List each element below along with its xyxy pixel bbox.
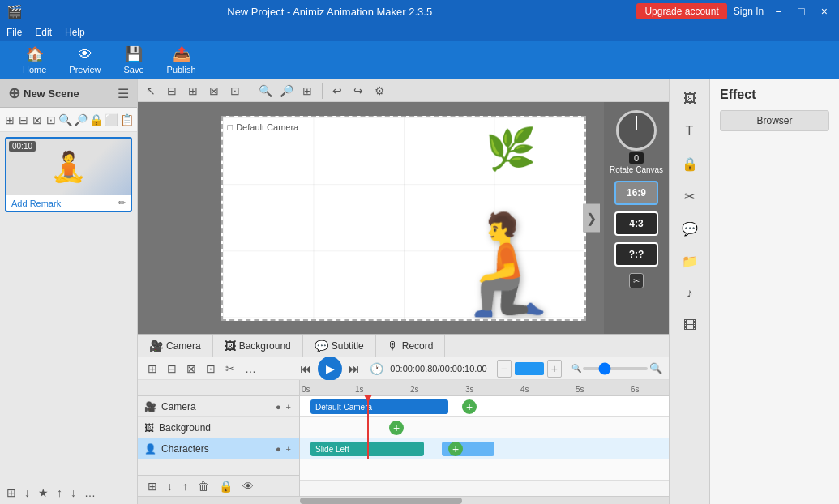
rotate-dial[interactable]: [616, 110, 657, 151]
move-up-button[interactable]: ↑: [54, 485, 66, 501]
publish-icon: 📤: [173, 45, 190, 63]
scene-item[interactable]: 00:10 🧘 Add Remark ✏: [5, 137, 132, 212]
paste-icon[interactable]: 📋: [120, 110, 134, 130]
menu-file[interactable]: File: [6, 27, 22, 38]
characters-add-keyframe-button[interactable]: +: [448, 442, 463, 456]
rp-film-button[interactable]: 🎞: [675, 311, 704, 340]
align-center-icon[interactable]: ⊠: [31, 110, 43, 130]
search-icon[interactable]: 🔍: [58, 110, 72, 130]
zoom-out-tl-button[interactable]: −: [497, 360, 512, 378]
camera-clip-default[interactable]: Default Camera: [310, 399, 448, 414]
aspect-4-3-button[interactable]: 4:3: [614, 211, 658, 236]
visibility-button[interactable]: 👁: [239, 478, 257, 494]
play-button[interactable]: ▶: [318, 357, 342, 381]
effect-browser-button[interactable]: Browser: [720, 110, 829, 131]
trim-button[interactable]: ✂: [222, 361, 238, 377]
right-panel: 🖼 T 🔒 ✂ 💬 📁 ♪ 🎞: [669, 79, 709, 504]
add-layer-button[interactable]: ⊞: [144, 478, 161, 494]
align-left-icon[interactable]: ⊟: [17, 110, 29, 130]
move-layer-down-button[interactable]: ↓: [164, 478, 176, 494]
settings-icon[interactable]: ⚙: [370, 81, 389, 100]
minimize-button[interactable]: −: [770, 3, 786, 19]
clock-icon: 🕐: [370, 362, 383, 375]
aspect-16-9-button[interactable]: 16:9: [614, 181, 658, 205]
duration-input[interactable]: 00:10: [515, 362, 544, 375]
add-scene-button[interactable]: ⊕ New Scene: [8, 84, 79, 102]
tab-subtitle[interactable]: 💬 Subtitle: [303, 335, 376, 357]
rp-image-button[interactable]: 🖼: [675, 84, 704, 113]
background-add-keyframe-button[interactable]: +: [389, 421, 404, 435]
star-button[interactable]: ★: [35, 485, 52, 501]
zoom-out2-icon[interactable]: 🔎: [276, 81, 296, 100]
canvas-toolbar: ↖ ⊟ ⊞ ⊠ ⊡ 🔍 🔎 ⊞ ↩ ↪ ⚙: [138, 79, 669, 102]
rp-lock-button[interactable]: 🔒: [675, 149, 704, 178]
zoom-slider[interactable]: [583, 367, 648, 370]
redo-icon[interactable]: ↪: [349, 81, 368, 100]
preview-button[interactable]: 👁 Preview: [59, 43, 110, 78]
zoom-in-tl-button[interactable]: +: [547, 360, 562, 378]
skip-start-button[interactable]: ⏮: [297, 361, 315, 377]
crop-button[interactable]: ✂: [629, 273, 644, 288]
menu-help[interactable]: Help: [65, 27, 85, 38]
align-hcenter-icon[interactable]: ⊟: [162, 81, 182, 100]
align-icon[interactable]: ⊡: [225, 81, 245, 100]
maximize-button[interactable]: □: [793, 3, 809, 19]
scene-footer: Add Remark ✏: [6, 195, 131, 211]
publish-button[interactable]: 📤 Publish: [157, 42, 206, 78]
skip-end-button[interactable]: ⏭: [345, 361, 363, 377]
camera-add-keyframe-button[interactable]: +: [462, 399, 477, 414]
add-keyframe-ctrl-button[interactable]: ⊞: [144, 361, 161, 377]
distribute-icon[interactable]: ⊠: [204, 81, 224, 100]
characters-track-icon: 👤: [144, 443, 156, 455]
zoom-out-icon[interactable]: 🔎: [74, 110, 88, 130]
align-tl-button[interactable]: ⊠: [183, 361, 199, 377]
move-layer-up-button[interactable]: ↑: [179, 478, 191, 494]
characters-track-dot-button[interactable]: ●: [274, 443, 283, 455]
signin-button[interactable]: Sign In: [734, 6, 764, 17]
move-down2-button[interactable]: ↓: [67, 485, 79, 501]
add-track-button[interactable]: ⊞: [3, 485, 19, 501]
fit-icon[interactable]: ⊞: [3, 110, 15, 130]
more-tl-button[interactable]: …: [242, 361, 259, 377]
edit-remark-icon[interactable]: ✏: [118, 198, 126, 208]
distribute-tl-button[interactable]: ⊡: [203, 361, 219, 377]
filter-button[interactable]: ⊟: [164, 361, 180, 377]
lock-layer-button[interactable]: 🔒: [216, 478, 236, 494]
align-vcenter-icon[interactable]: ⊞: [183, 81, 203, 100]
add-remark-button[interactable]: Add Remark: [11, 199, 61, 208]
cursor-icon[interactable]: ↖: [141, 81, 161, 100]
track-label-camera: 🎥 Camera ● +: [138, 396, 299, 417]
rp-effects-button[interactable]: ✂: [675, 182, 704, 211]
delete-layer-button[interactable]: 🗑: [195, 478, 212, 494]
menu-edit[interactable]: Edit: [35, 27, 52, 38]
aspect-custom-button[interactable]: ?:?: [614, 242, 658, 267]
scrollbar-thumb[interactable]: [300, 498, 462, 504]
rp-text-button[interactable]: T: [675, 117, 704, 146]
rp-bubble-button[interactable]: 💬: [675, 214, 704, 243]
tab-background[interactable]: 🖼 Background: [213, 335, 303, 357]
grid-icon[interactable]: ⊡: [45, 110, 57, 130]
rp-music-button[interactable]: ♪: [675, 279, 704, 308]
more-button[interactable]: …: [81, 485, 99, 501]
zoom-in-icon[interactable]: 🔍: [255, 81, 275, 100]
home-button[interactable]: 🏠 Home: [13, 42, 56, 78]
timeline-scrollbar[interactable]: [138, 496, 669, 504]
move-down-button[interactable]: ↓: [21, 485, 33, 501]
close-button[interactable]: ×: [816, 3, 833, 19]
canvas-frame[interactable]: □ Default Camera 🌿 🧎: [221, 116, 586, 321]
characters-track-add-button[interactable]: +: [285, 443, 293, 455]
rp-folder-button[interactable]: 📁: [675, 246, 704, 275]
tab-record[interactable]: 🎙 Record: [376, 335, 446, 357]
upgrade-button[interactable]: Upgrade account: [636, 3, 726, 19]
tab-camera[interactable]: 🎥 Camera: [138, 335, 213, 357]
camera-track-add-button[interactable]: +: [285, 401, 293, 412]
camera-track-dot-button[interactable]: ●: [274, 401, 283, 412]
playhead[interactable]: [367, 396, 369, 459]
scene-list-icon[interactable]: ☰: [118, 86, 129, 101]
fit-screen-icon[interactable]: ⊞: [298, 81, 317, 100]
copy-icon[interactable]: ⬜: [105, 110, 118, 130]
undo-icon[interactable]: ↩: [327, 81, 347, 100]
lock-icon[interactable]: 🔒: [89, 110, 103, 130]
save-button[interactable]: 💾 Save: [113, 42, 153, 78]
scroll-right-button[interactable]: ❯: [583, 204, 600, 233]
